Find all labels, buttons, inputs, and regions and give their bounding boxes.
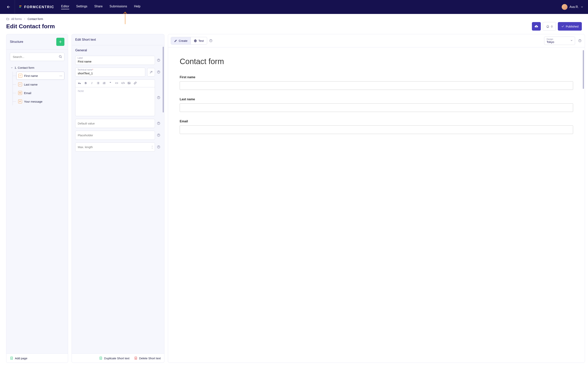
search-icon: [59, 55, 62, 59]
section-general: General: [75, 48, 161, 52]
help-icon[interactable]: [157, 122, 161, 125]
generate-name-button[interactable]: [147, 68, 155, 76]
placeholder-input[interactable]: [75, 131, 155, 140]
cloud-check-icon: [534, 24, 538, 29]
tree-item-lastname[interactable]: Last name: [16, 81, 64, 88]
folder-icon: [6, 17, 9, 20]
item-more-button[interactable]: ⋯: [59, 74, 62, 77]
leaf-label: Your message: [24, 100, 42, 103]
back-button[interactable]: [5, 3, 12, 11]
scrollbar[interactable]: [583, 50, 584, 89]
rte-image[interactable]: [127, 82, 131, 85]
tree-item-message[interactable]: Your message: [16, 98, 64, 105]
crumb-root[interactable]: All forms: [11, 17, 22, 20]
preview-field: Last name: [180, 98, 573, 112]
delete-icon: [134, 356, 137, 360]
help-icon[interactable]: [157, 133, 161, 137]
edit-title: Edit Short text: [75, 38, 96, 42]
structure-title: Structure: [10, 40, 23, 44]
title-actions: 0 Published: [532, 22, 582, 31]
mode-toggle: Create Test: [171, 37, 207, 44]
pv-input-lastname[interactable]: [180, 103, 573, 112]
pv-input-email[interactable]: [180, 125, 573, 134]
tree-item-firstname[interactable]: First name ⋯: [16, 72, 64, 80]
nav-settings[interactable]: Settings: [76, 5, 88, 9]
publish-button[interactable]: Published: [558, 22, 582, 31]
mode-test[interactable]: Test: [191, 37, 207, 44]
rte-link[interactable]: [133, 82, 137, 85]
search-input[interactable]: [10, 53, 64, 61]
label-input[interactable]: [75, 56, 155, 65]
tutorial-arrow-icon: [122, 11, 128, 25]
duplicate-label: Duplicate Short text: [104, 357, 129, 360]
nav-share[interactable]: Share: [94, 5, 103, 9]
add-element-button[interactable]: [56, 38, 64, 46]
help-icon[interactable]: [578, 39, 582, 43]
add-page-button[interactable]: Add page: [10, 356, 27, 360]
leaf-label: Last name: [24, 83, 38, 86]
rte-code[interactable]: <>: [115, 82, 118, 85]
rte-ul[interactable]: [96, 82, 100, 85]
stepper-up[interactable]: [151, 145, 153, 147]
nav-help[interactable]: Help: [134, 5, 140, 9]
notifications-button[interactable]: 0: [543, 22, 556, 31]
breadcrumb: All forms Contact form: [6, 17, 582, 20]
rte-codeblock[interactable]: </>: [121, 82, 125, 85]
rte-bold[interactable]: B: [84, 82, 88, 85]
help-icon[interactable]: [157, 96, 161, 100]
help-icon[interactable]: [157, 59, 161, 62]
bell-icon: [546, 25, 549, 28]
maxlength-input[interactable]: [75, 143, 155, 152]
save-cloud-button[interactable]: [532, 22, 541, 31]
rte-ol[interactable]: [103, 82, 106, 85]
svg-point-8: [128, 83, 129, 83]
edit-panel: Edit Short text General Label Technical …: [72, 34, 164, 363]
tree: 1. Contact form First name ⋯ Last name E: [10, 64, 64, 105]
help-icon[interactable]: [157, 145, 161, 149]
default-value-input[interactable]: [75, 119, 155, 128]
rte-toolbar: B I ❞ <> </>: [75, 79, 155, 87]
stepper-down[interactable]: [151, 147, 153, 149]
delete-button[interactable]: Delete Short text: [134, 356, 161, 360]
text-field-icon: [18, 74, 22, 78]
pv-label: First name: [180, 75, 573, 79]
scrollbar[interactable]: [163, 47, 164, 353]
label-field-label: Label: [78, 57, 83, 59]
preview-form-title: Contact form: [180, 57, 573, 66]
avatar: [562, 4, 568, 10]
leaf-label: First name: [24, 74, 38, 77]
duplicate-button[interactable]: Duplicate Short text: [99, 356, 129, 360]
user-name: Ava R.: [569, 5, 579, 9]
note-textarea[interactable]: Note: [75, 87, 155, 116]
tree-root-label: 1. Contact form: [15, 66, 34, 69]
logo-icon: [19, 5, 23, 9]
duplicate-icon: [99, 356, 103, 360]
rte-textsize[interactable]: [78, 82, 81, 85]
nav-submissions[interactable]: Submissions: [109, 5, 127, 9]
chevron-down-icon: [11, 67, 13, 69]
structure-panel: Structure 1. Contact form First name: [6, 34, 68, 363]
svg-rect-0: [19, 6, 22, 6]
mode-create[interactable]: Create: [171, 37, 191, 44]
techname-label: Technical name*: [78, 69, 93, 71]
rte-quote[interactable]: ❞: [109, 82, 112, 85]
user-menu[interactable]: Ava R.: [562, 4, 583, 10]
preview-field: Email: [180, 120, 573, 134]
preview-panel: Create Test Design Tokyo Contact form Fi…: [168, 34, 585, 363]
pv-input-firstname[interactable]: [180, 81, 573, 90]
tree-root-node[interactable]: 1. Contact form: [10, 64, 64, 71]
notif-count: 0: [551, 25, 553, 28]
check-icon: [561, 25, 564, 28]
rte-italic[interactable]: I: [90, 82, 94, 85]
tree-item-email[interactable]: Email: [16, 89, 64, 97]
brand-logo[interactable]: FORMCENTRIC: [19, 5, 54, 9]
chevron-right-icon: [24, 18, 26, 20]
nav-items: Editor Settings Share Submissions Help: [61, 5, 140, 9]
help-icon[interactable]: [209, 39, 213, 43]
workspace: Structure 1. Contact form First name: [0, 34, 588, 366]
pv-label: Email: [180, 120, 573, 123]
help-icon[interactable]: [157, 70, 161, 74]
design-select[interactable]: Design Tokyo: [544, 37, 575, 45]
nav-editor[interactable]: Editor: [61, 5, 69, 9]
magic-wand-icon: [149, 71, 153, 74]
